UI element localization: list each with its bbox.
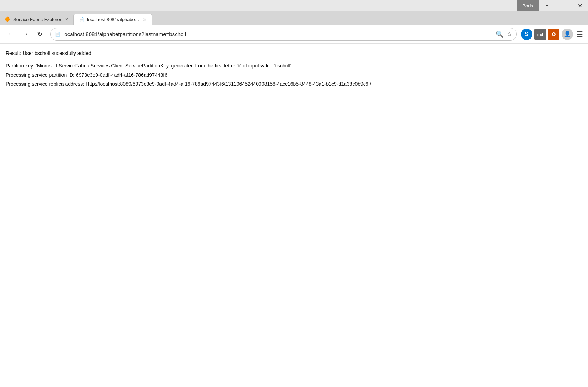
result-line: Result: User bscholl sucessfully added. xyxy=(6,49,582,57)
tab-localhost[interactable]: 📄 localhost:8081/alphabetp... ✕ xyxy=(74,14,152,25)
tab-service-fabric-close[interactable]: ✕ xyxy=(64,16,69,22)
tab-page-icon: 📄 xyxy=(78,17,84,22)
tab-localhost-label: localhost:8081/alphabetp... xyxy=(87,17,140,22)
minimize-button[interactable]: − xyxy=(539,0,555,11)
user-profile[interactable]: Boris xyxy=(517,0,539,11)
partition-id-line: Processing service partition ID: 6973e3e… xyxy=(6,71,582,80)
menu-icon[interactable]: ☰ xyxy=(575,29,584,40)
toolbar: ← → ↻ 📄 🔍 ☆ S md O 👤 ☰ xyxy=(0,25,588,44)
replica-address-line: Processing service replica address: Http… xyxy=(6,80,582,89)
toolbar-extensions: S md O 👤 ☰ xyxy=(521,29,584,40)
tab-localhost-close[interactable]: ✕ xyxy=(142,16,147,23)
tab-service-fabric-label: Service Fabric Explorer xyxy=(13,17,61,22)
address-star-icon[interactable]: ☆ xyxy=(506,30,512,38)
page-content: Result: User bscholl sucessfully added. … xyxy=(0,44,588,387)
tab-bar: 🔶 Service Fabric Explorer ✕ 📄 localhost:… xyxy=(0,11,588,25)
address-lock-icon: 📄 xyxy=(55,32,60,37)
profile-icon[interactable]: 👤 xyxy=(562,29,573,40)
forward-button[interactable]: → xyxy=(19,28,32,40)
window-controls: − □ ✕ xyxy=(539,0,588,11)
service-fabric-icon: 🔶 xyxy=(4,16,10,22)
close-button[interactable]: ✕ xyxy=(572,0,588,11)
tab-spacer xyxy=(152,14,166,25)
title-bar: Boris − □ ✕ xyxy=(0,0,588,11)
address-input[interactable] xyxy=(63,31,493,37)
tab-service-fabric[interactable]: 🔶 Service Fabric Explorer ✕ xyxy=(0,14,74,25)
back-button[interactable]: ← xyxy=(4,28,17,40)
address-bar-container: 📄 🔍 ☆ xyxy=(50,28,517,41)
partition-key-line: Partition key: 'Microsoft.ServiceFabric.… xyxy=(6,61,582,70)
info-lines: Partition key: 'Microsoft.ServiceFabric.… xyxy=(6,61,582,89)
skype-icon[interactable]: S xyxy=(521,29,532,40)
maximize-button[interactable]: □ xyxy=(555,0,572,11)
address-search-icon[interactable]: 🔍 xyxy=(496,30,503,38)
office-extension-icon[interactable]: O xyxy=(548,29,559,40)
md-extension-icon[interactable]: md xyxy=(534,29,546,40)
reload-button[interactable]: ↻ xyxy=(34,28,46,40)
